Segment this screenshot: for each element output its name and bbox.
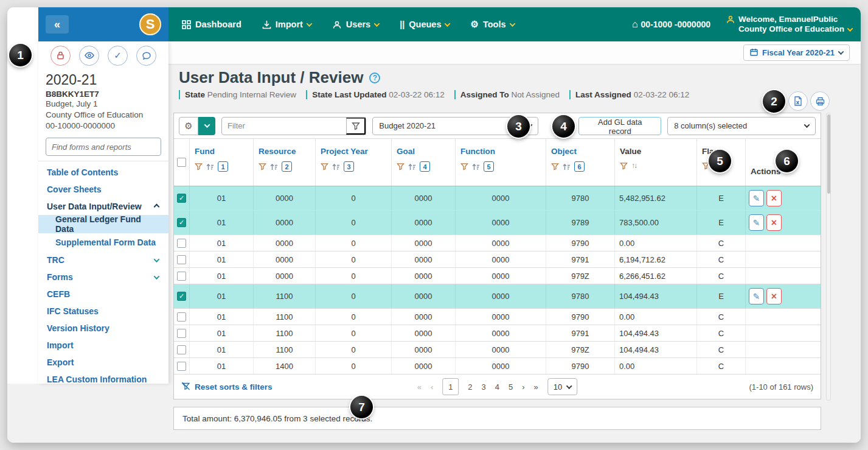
row-checkbox[interactable] bbox=[177, 362, 186, 371]
chat-icon[interactable] bbox=[136, 46, 156, 66]
sidebar-item-trc[interactable]: TRC bbox=[38, 251, 168, 269]
sidebar-item-table-of-contents[interactable]: Table of Contents bbox=[38, 164, 168, 181]
export-file-button[interactable] bbox=[788, 91, 808, 111]
sidebar-collapse-button[interactable]: « bbox=[46, 15, 69, 33]
nav-dashboard[interactable]: Dashboard bbox=[182, 19, 241, 29]
row-checkbox[interactable]: ✓ bbox=[177, 218, 186, 227]
cell-value: 6,194,712.62 bbox=[615, 251, 697, 267]
sidebar-item-ifc-statuses[interactable]: IFC Statuses bbox=[38, 303, 168, 320]
check-circle-icon[interactable]: ✓ bbox=[108, 46, 128, 66]
table-scrollbar[interactable] bbox=[826, 113, 831, 401]
edit-row-button[interactable]: ✎ bbox=[749, 190, 764, 206]
row-checkbox[interactable] bbox=[177, 272, 186, 281]
sidebar-item-forms[interactable]: Forms bbox=[38, 269, 168, 286]
sidebar-item-cover-sheets[interactable]: Cover Sheets bbox=[38, 181, 168, 198]
chevron-down-icon bbox=[374, 21, 380, 27]
find-forms-input[interactable] bbox=[46, 138, 161, 156]
cell-function: 0000 bbox=[456, 284, 546, 308]
delete-row-button[interactable]: × bbox=[766, 214, 782, 231]
nav-tools[interactable]: ⚙ Tools bbox=[470, 19, 514, 30]
help-icon[interactable]: ? bbox=[369, 72, 380, 83]
column-header-fund[interactable]: Fund 1 bbox=[190, 139, 254, 186]
callout-5: 5 bbox=[709, 150, 731, 172]
first-page-button[interactable]: « bbox=[417, 382, 422, 392]
select-all-checkbox[interactable] bbox=[177, 158, 186, 167]
account-menu[interactable]: Welcome, EmanuelPublic County Office of … bbox=[726, 15, 852, 34]
cell-goal: 0000 bbox=[392, 342, 456, 357]
row-checkbox[interactable] bbox=[177, 345, 186, 354]
cell-fund: 01 bbox=[190, 268, 254, 284]
next-page-button[interactable]: › bbox=[522, 382, 524, 392]
cell-flag: C bbox=[697, 309, 746, 325]
sidebar-item-general-ledger-fund-data[interactable]: General Ledger Fund Data bbox=[38, 215, 168, 233]
sidebar-item-import[interactable]: Import bbox=[38, 337, 168, 354]
filter-funnel-icon[interactable] bbox=[346, 118, 366, 135]
delete-row-button[interactable]: × bbox=[766, 190, 782, 206]
cell-function: 0000 bbox=[456, 186, 546, 210]
table-row: 0111000000000009791104,494.43C bbox=[174, 325, 821, 342]
row-checkbox[interactable]: ✓ bbox=[177, 292, 186, 301]
page-button-4[interactable]: 4 bbox=[495, 382, 499, 392]
table-toolbar: ⚙ Budget 2020-21 Add GL data record 8 co… bbox=[174, 113, 821, 139]
add-gl-record-button[interactable]: Add GL data record bbox=[578, 117, 661, 135]
sidebar-item-user-data-input-review[interactable]: User Data Input/Review bbox=[38, 198, 168, 215]
sidebar-item-lea-custom-information[interactable]: LEA Custom Information bbox=[38, 371, 168, 388]
column-header-value[interactable]: Value ↑↓ bbox=[615, 139, 697, 186]
cell-fund: 01 bbox=[190, 211, 254, 234]
cell-object: 9791 bbox=[546, 251, 615, 267]
last-page-button[interactable]: » bbox=[534, 382, 538, 392]
prev-page-button[interactable]: ‹ bbox=[431, 382, 433, 392]
sidebar-item-version-history[interactable]: Version History bbox=[38, 320, 168, 337]
column-header-resource[interactable]: Resource 2 bbox=[254, 139, 316, 186]
divider bbox=[38, 161, 168, 161]
cell-object: 979Z bbox=[546, 268, 615, 284]
reset-sorts-filters-link[interactable]: Reset sorts & filters bbox=[181, 382, 273, 392]
table-settings-dropdown[interactable] bbox=[198, 117, 215, 135]
column-header-project-year[interactable]: Project Year 3 bbox=[316, 139, 392, 186]
status-row: State Pending Internal Review State Last… bbox=[179, 90, 689, 99]
row-checkbox[interactable] bbox=[177, 329, 186, 338]
table-settings-button[interactable]: ⚙ bbox=[179, 117, 198, 135]
lock-icon[interactable] bbox=[50, 46, 71, 66]
page-button-2[interactable]: 2 bbox=[468, 382, 472, 392]
page-button-5[interactable]: 5 bbox=[509, 382, 513, 392]
page-button-3[interactable]: 3 bbox=[482, 382, 486, 392]
sidebar-item-supplemental-form-data[interactable]: Supplemental Form Data bbox=[38, 233, 168, 251]
row-checkbox[interactable]: ✓ bbox=[177, 194, 186, 203]
cell-fund: 01 bbox=[190, 235, 254, 251]
sort-asc-icon bbox=[206, 163, 214, 171]
page-size-select[interactable]: 10 bbox=[547, 378, 577, 395]
cell-flag: E bbox=[697, 211, 746, 234]
cell-goal: 0000 bbox=[392, 358, 456, 374]
columns-select[interactable]: 8 column(s) selected bbox=[667, 117, 816, 135]
sidebar-item-export[interactable]: Export bbox=[38, 354, 168, 371]
scrollbar-thumb[interactable] bbox=[827, 114, 830, 194]
delete-row-button[interactable]: × bbox=[766, 288, 782, 304]
cell-actions: ✎× bbox=[746, 211, 819, 234]
page-button-1[interactable]: 1 bbox=[442, 378, 459, 395]
cell-value: 0.00 bbox=[615, 358, 697, 374]
chevron-down-icon bbox=[445, 21, 451, 27]
row-checkbox[interactable] bbox=[177, 255, 186, 264]
edit-row-button[interactable]: ✎ bbox=[749, 214, 764, 231]
row-checkbox[interactable] bbox=[177, 312, 186, 322]
fiscal-year-dropdown[interactable]: Fiscal Year 2020-21 bbox=[743, 44, 850, 61]
filter-input[interactable] bbox=[222, 121, 346, 130]
nav-import[interactable]: Import bbox=[262, 19, 311, 29]
print-button[interactable] bbox=[810, 91, 830, 111]
cell-flag: C bbox=[697, 325, 746, 341]
edit-row-button[interactable]: ✎ bbox=[749, 288, 764, 304]
nav-users[interactable]: Users bbox=[332, 19, 379, 29]
row-checkbox[interactable] bbox=[177, 239, 186, 248]
column-header-function[interactable]: Function 5 bbox=[456, 139, 546, 186]
column-header-object[interactable]: Object 6 bbox=[546, 139, 615, 186]
person-icon bbox=[726, 15, 735, 26]
total-summary-bar: Total amount: 6,370,946.05 from 3 select… bbox=[173, 407, 821, 430]
dataset-id: B8BKKY1ET7 bbox=[46, 90, 161, 99]
cell-value: 783,500.00 bbox=[615, 211, 697, 234]
column-header-goal[interactable]: Goal 4 bbox=[392, 139, 456, 186]
sidebar-item-cefb[interactable]: CEFB bbox=[38, 286, 168, 303]
nav-queues[interactable]: || Queues bbox=[400, 19, 450, 29]
eye-icon[interactable] bbox=[79, 46, 99, 66]
welcome-text: Welcome, EmanuelPublic bbox=[738, 15, 852, 24]
